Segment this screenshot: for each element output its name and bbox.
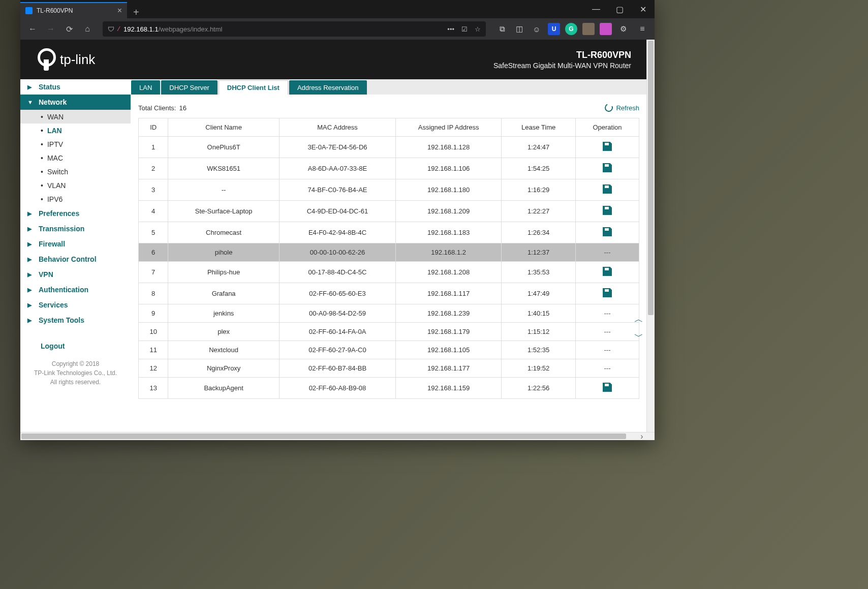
tab-lan[interactable]: LAN	[131, 80, 160, 95]
save-reservation-icon[interactable]	[603, 184, 612, 194]
extension-icon-3[interactable]: ⚙	[617, 23, 629, 35]
sidebar-item-network[interactable]: ▼Network	[20, 95, 131, 110]
sidebar-subitem-wan[interactable]: WAN	[20, 110, 131, 123]
chevron-icon: ▼	[27, 99, 35, 105]
sidebar-subitem-ipv6[interactable]: IPV6	[20, 192, 131, 206]
cell-lease: 1:26:34	[502, 222, 576, 243]
browser-tab[interactable]: TL-R600VPN ×	[20, 2, 127, 18]
copyright-text: Copyright © 2018TP-Link Technologies Co.…	[20, 359, 131, 387]
sidebar-item-services[interactable]: ▶Services	[20, 297, 131, 313]
cell-mac: C4-9D-ED-04-DC-61	[279, 201, 395, 222]
cell-ip: 192.168.1.183	[396, 222, 502, 243]
th-id: ID	[139, 118, 168, 137]
save-reservation-icon[interactable]	[603, 227, 612, 236]
sidebar-subitem-mac[interactable]: MAC	[20, 151, 131, 165]
extension-icon-2[interactable]	[600, 23, 612, 35]
nav-reload-button[interactable]: ⟳	[61, 21, 77, 37]
scroll-down-icon[interactable]: ﹀	[634, 330, 643, 343]
tab-dhcp-server[interactable]: DHCP Server	[161, 80, 218, 95]
sidebar-subitem-lan[interactable]: LAN	[20, 123, 131, 137]
table-row: 13BackupAgent02-FF-60-A8-B9-08192.168.1.…	[139, 378, 639, 399]
shield-icon[interactable]: 🛡	[108, 25, 114, 33]
grammarly-icon[interactable]: G	[565, 23, 577, 35]
window-minimize-button[interactable]: —	[584, 0, 608, 18]
nav-back-button[interactable]: ←	[24, 21, 41, 37]
save-reservation-icon[interactable]	[603, 142, 612, 151]
url-bar[interactable]: 🛡 ⁄ 192.168.1.1/webpages/index.html ••• …	[103, 21, 486, 37]
save-reservation-icon[interactable]	[603, 163, 612, 172]
window-maximize-button[interactable]: ▢	[608, 0, 631, 18]
tab-address-reservation[interactable]: Address Reservation	[289, 80, 367, 95]
account-icon[interactable]: ☺	[531, 23, 543, 35]
url-text: 192.168.1.1/webpages/index.html	[123, 25, 447, 33]
cell-id: 2	[139, 158, 168, 179]
cell-lease: 1:24:47	[502, 137, 576, 158]
library-icon[interactable]: ⧉	[496, 23, 508, 35]
ublock-icon[interactable]: U	[548, 23, 560, 35]
cell-operation: ---	[576, 341, 639, 359]
window-controls: — ▢ ✕	[584, 0, 655, 18]
chevron-icon: ▶	[27, 84, 35, 90]
logout-link[interactable]: Logout	[20, 328, 131, 350]
bookmark-star-icon[interactable]: ☆	[475, 25, 481, 33]
sidebar-item-behavior-control[interactable]: ▶Behavior Control	[20, 252, 131, 267]
reader-mode-icon[interactable]: ☑	[461, 25, 468, 33]
cell-name: Ste-Surface-Laptop	[168, 201, 280, 222]
save-reservation-icon[interactable]	[603, 206, 612, 215]
url-more-icon[interactable]: •••	[447, 25, 454, 33]
sidebar-subitem-switch[interactable]: Switch	[20, 165, 131, 178]
chevron-icon: ▶	[27, 302, 35, 308]
sidebar-item-label: System Tools	[39, 316, 84, 324]
cell-mac: 74-BF-C0-76-B4-AE	[279, 179, 395, 201]
sidebar-item-status[interactable]: ▶Status	[20, 79, 131, 95]
scrollbar-thumb-v[interactable]	[648, 41, 654, 315]
sidebar-item-system-tools[interactable]: ▶System Tools	[20, 313, 131, 328]
sidebar-item-authentication[interactable]: ▶Authentication	[20, 282, 131, 297]
window-close-button[interactable]: ✕	[631, 0, 655, 18]
cell-name: NginxProxy	[168, 359, 280, 378]
sidebar-item-transmission[interactable]: ▶Transmission	[20, 221, 131, 236]
save-reservation-icon[interactable]	[603, 288, 612, 297]
cell-name: --	[168, 179, 280, 201]
toolbar-extensions: ⧉ ◫ ☺ U G ⚙	[493, 23, 632, 35]
cell-id: 10	[139, 323, 168, 341]
sidebar-item-label: Services	[39, 301, 68, 309]
sidebar-item-label: Authentication	[39, 286, 88, 294]
sidebar-subitem-iptv[interactable]: IPTV	[20, 137, 131, 151]
tab-dhcp-client-list[interactable]: DHCP Client List	[219, 80, 288, 95]
sidebar-item-preferences[interactable]: ▶Preferences	[20, 206, 131, 221]
cell-mac: 02-FF-60-B7-84-BB	[279, 359, 395, 378]
browser-window: TL-R600VPN × + — ▢ ✕ ← → ⟳ ⌂ 🛡 ⁄ 192.168…	[20, 0, 655, 440]
sidebar-item-firewall[interactable]: ▶Firewall	[20, 236, 131, 252]
new-tab-button[interactable]: +	[127, 7, 145, 18]
cell-operation: ---	[576, 304, 639, 323]
insecure-lock-icon[interactable]: ⁄	[118, 25, 119, 33]
sidebar-item-label: Network	[39, 98, 67, 106]
save-reservation-icon[interactable]	[603, 383, 612, 392]
sidebar-item-vpn[interactable]: ▶VPN	[20, 267, 131, 282]
cell-id: 4	[139, 201, 168, 222]
cell-id: 5	[139, 222, 168, 243]
cell-ip: 192.168.1.2	[396, 243, 502, 262]
app-menu-button[interactable]: ≡	[634, 21, 650, 37]
scrollbar-horizontal[interactable]: ‹ ›	[20, 432, 655, 440]
nav-forward-button[interactable]: →	[43, 21, 59, 37]
save-reservation-icon[interactable]	[603, 267, 612, 276]
sidebar-nav: ▶Status▼NetworkWANLANIPTVMACSwitchVLANIP…	[20, 79, 131, 432]
scroll-up-icon[interactable]: ︿	[634, 313, 643, 325]
cell-operation	[576, 378, 639, 399]
cell-lease: 1:16:29	[502, 179, 576, 201]
tab-close-icon[interactable]: ×	[117, 6, 122, 15]
nav-home-button[interactable]: ⌂	[79, 21, 96, 37]
sidebar-icon[interactable]: ◫	[513, 23, 525, 35]
cell-ip: 192.168.1.180	[396, 179, 502, 201]
scrollbar-thumb-h[interactable]	[21, 433, 626, 439]
sidebar-subitem-vlan[interactable]: VLAN	[20, 178, 131, 192]
scroll-right-icon[interactable]: ›	[638, 432, 645, 440]
scrollbar-vertical[interactable]	[646, 40, 655, 432]
chevron-icon: ▶	[27, 317, 35, 324]
extension-icon-1[interactable]	[582, 23, 595, 35]
cell-operation	[576, 158, 639, 179]
router-description: SafeStream Gigabit Multi-WAN VPN Router	[493, 61, 631, 70]
refresh-button[interactable]: Refresh	[605, 104, 639, 112]
